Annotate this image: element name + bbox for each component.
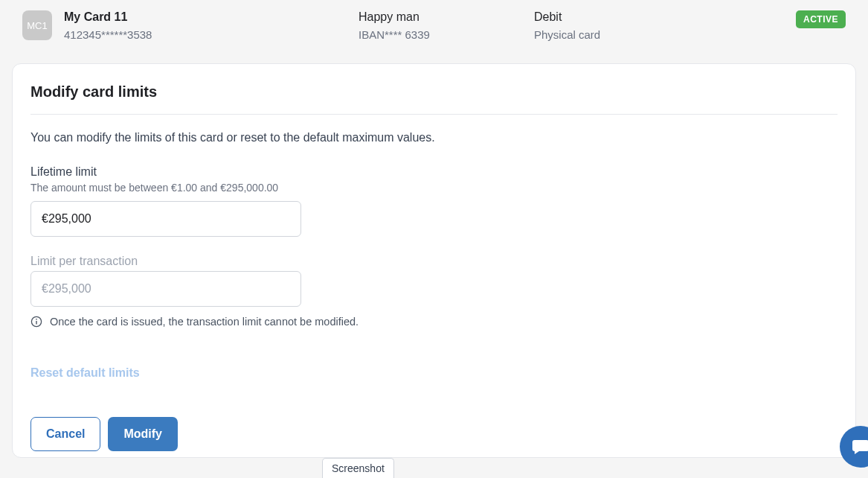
card-type-col: Debit Physical card (534, 10, 735, 41)
per-transaction-group: Limit per transaction Once the card is i… (30, 255, 838, 328)
card-name-col: My Card 11 412345******3538 (64, 10, 347, 41)
owner-name: Happy man (359, 10, 522, 24)
lifetime-limit-hint: The amount must be between €1.00 and €29… (30, 182, 838, 194)
panel-description: You can modify the limits of this card o… (30, 131, 838, 144)
info-icon (30, 316, 42, 328)
modify-button[interactable]: Modify (108, 417, 178, 451)
per-transaction-input (30, 271, 301, 307)
modify-limits-panel: Modify card limits You can modify the li… (12, 63, 856, 458)
svg-rect-1 (36, 321, 36, 325)
chat-icon (850, 436, 868, 457)
status-badge: ACTIVE (796, 10, 846, 28)
card-kind: Debit (534, 10, 735, 24)
screenshot-tooltip: Screenshot (322, 458, 394, 478)
actions-row: Cancel Modify (30, 417, 838, 451)
card-medium: Physical card (534, 28, 735, 41)
card-avatar: MC1 (22, 10, 52, 40)
panel-title: Modify card limits (30, 83, 838, 101)
card-header: MC1 My Card 11 412345******3538 Happy ma… (0, 0, 868, 51)
lifetime-limit-input[interactable] (30, 201, 301, 237)
per-transaction-info-text: Once the card is issued, the transaction… (50, 316, 359, 328)
card-name: My Card 11 (64, 10, 347, 24)
cancel-button[interactable]: Cancel (30, 417, 100, 451)
lifetime-limit-group: Lifetime limit The amount must be betwee… (30, 165, 838, 237)
owner-iban-masked: IBAN**** 6339 (359, 28, 522, 41)
svg-rect-2 (36, 319, 36, 320)
panel-divider (30, 114, 838, 115)
reset-default-limits-link[interactable]: Reset default limits (30, 366, 140, 380)
owner-col: Happy man IBAN**** 6339 (359, 10, 522, 41)
per-transaction-info-row: Once the card is issued, the transaction… (30, 316, 838, 328)
lifetime-limit-label: Lifetime limit (30, 165, 838, 179)
card-number-masked: 412345******3538 (64, 28, 347, 41)
per-transaction-label: Limit per transaction (30, 255, 838, 268)
